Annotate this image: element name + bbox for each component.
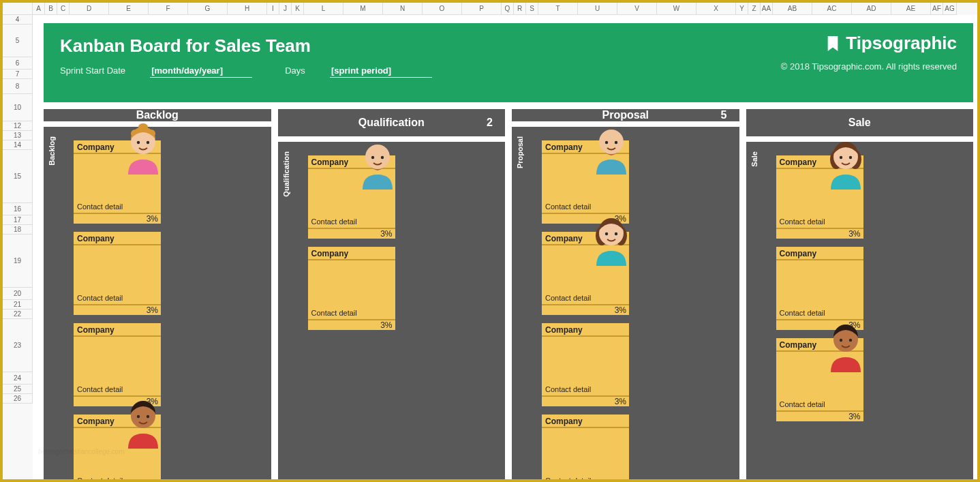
kanban-card[interactable]: CompanyContact detail3% [776,338,863,421]
card-contact-detail[interactable]: Contact detail [308,217,395,228]
row-header[interactable]: 15 [3,150,33,203]
col-header[interactable]: M [343,3,383,15]
col-header[interactable]: E [109,3,149,15]
kanban-card[interactable]: CompanyContact detail3% [308,247,395,330]
card-contact-detail[interactable]: Contact detail [308,308,395,319]
col-header[interactable]: I [267,3,279,15]
col-header[interactable]: AB [773,3,812,15]
col-header[interactable]: AC [812,3,852,15]
col-header[interactable]: AF [931,3,943,15]
col-header[interactable]: P [462,3,502,15]
card-company[interactable]: Company [542,323,629,337]
card-contact-detail[interactable]: Contact detail [542,476,629,482]
card-contact-detail[interactable]: Contact detail [776,308,863,319]
col-header[interactable]: R [514,3,526,15]
row-header[interactable]: 7 [3,70,33,79]
col-header[interactable]: S [526,3,538,15]
card-percentage[interactable]: 3% [776,228,863,239]
row-header[interactable]: 12 [3,121,33,131]
sprint-start-input[interactable]: [month/day/year] [150,65,252,78]
row-header[interactable]: 14 [3,140,33,150]
row-header[interactable]: 6 [3,57,33,70]
card-contact-detail[interactable]: Contact detail [74,385,161,395]
col-header[interactable]: T [538,3,578,15]
col-header[interactable]: H [228,3,267,15]
card-contact-detail[interactable]: Contact detail [542,293,629,304]
col-header[interactable]: D [70,3,109,15]
col-header[interactable]: N [383,3,423,15]
col-header[interactable]: AE [891,3,931,15]
card-percentage[interactable]: 3% [308,319,395,330]
card-contact-detail[interactable]: Contact detail [74,202,161,213]
card-body[interactable] [542,428,629,476]
card-contact-detail[interactable]: Contact detail [74,476,161,482]
card-percentage[interactable]: 3% [74,213,161,224]
row-header[interactable]: 13 [3,131,33,140]
card-company[interactable]: Company [74,232,161,245]
kanban-card[interactable]: CompanyContact detail3% [74,140,161,224]
card-percentage[interactable]: 3% [308,228,395,239]
card-percentage[interactable]: 3% [542,304,629,315]
row-header[interactable]: 18 [3,225,33,235]
col-header[interactable]: V [617,3,657,15]
card-company[interactable]: Company [308,247,395,260]
col-header[interactable]: Z [748,3,761,15]
row-header[interactable]: 16 [3,203,33,215]
kanban-card[interactable]: CompanyContact detail3% [542,415,629,482]
col-header[interactable]: AD [852,3,891,15]
card-company[interactable]: Company [542,415,629,428]
kanban-card[interactable]: CompanyContact detail3% [542,140,629,224]
row-header[interactable]: 10 [3,94,33,121]
col-header[interactable]: Q [502,3,514,15]
days-input[interactable]: [sprint period] [330,65,432,78]
kanban-card[interactable]: CompanyContact detail3% [74,323,161,406]
row-header[interactable]: 21 [3,300,33,310]
card-company[interactable]: Company [776,247,863,260]
col-header[interactable]: U [578,3,617,15]
column-body[interactable]: SaleCompanyContact detail3%CompanyContac… [746,142,974,479]
row-header[interactable]: 23 [3,319,33,372]
row-header[interactable]: 4 [3,15,33,25]
row-header[interactable]: 19 [3,235,33,288]
card-contact-detail[interactable]: Contact detail [74,293,161,304]
row-header[interactable]: 26 [3,394,33,404]
row-header[interactable]: 22 [3,310,33,319]
col-header[interactable]: C [57,3,70,15]
row-header[interactable]: 5 [3,25,33,57]
col-header[interactable]: A [33,3,45,15]
col-header[interactable]: G [188,3,228,15]
col-header[interactable]: F [149,3,188,15]
kanban-card[interactable]: CompanyContact detail3% [308,155,395,239]
kanban-card[interactable]: CompanyContact detail3% [74,232,161,315]
kanban-card[interactable]: CompanyContact detail3% [542,232,629,315]
column-body[interactable]: QualificationCompanyContact detail3%Comp… [278,142,506,479]
column-body[interactable]: BacklogCompanyContact detail3%CompanyCon… [44,127,271,482]
card-body[interactable] [542,337,629,385]
col-header[interactable]: Y [736,3,748,15]
col-header[interactable]: L [304,3,343,15]
card-body[interactable] [776,260,863,308]
card-company[interactable]: Company [74,323,161,337]
col-header[interactable]: O [423,3,462,15]
col-header[interactable]: X [696,3,736,15]
kanban-card[interactable]: CompanyContact detail3% [776,155,863,239]
card-body[interactable] [74,337,161,385]
col-header[interactable]: J [279,3,292,15]
column-body[interactable]: ProposalCompanyContact detail3%CompanyCo… [512,127,739,482]
col-header[interactable]: AA [761,3,773,15]
card-percentage[interactable]: 3% [776,410,863,421]
row-header[interactable]: 8 [3,79,33,94]
card-percentage[interactable]: 3% [542,395,629,406]
card-contact-detail[interactable]: Contact detail [776,400,863,410]
col-header[interactable]: AG [943,3,957,15]
row-header[interactable]: 17 [3,215,33,225]
col-header[interactable]: B [45,3,57,15]
row-header[interactable]: 25 [3,385,33,394]
row-header[interactable]: 24 [3,372,33,385]
col-header[interactable]: K [292,3,304,15]
card-body[interactable] [308,260,395,308]
card-contact-detail[interactable]: Contact detail [542,385,629,395]
card-percentage[interactable]: 3% [74,304,161,315]
card-body[interactable] [74,245,161,293]
card-contact-detail[interactable]: Contact detail [776,217,863,228]
